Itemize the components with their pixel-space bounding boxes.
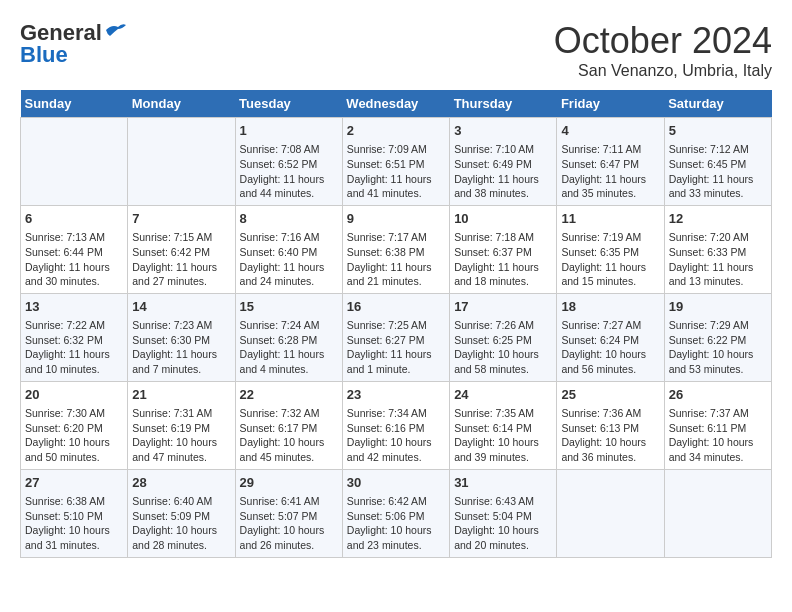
- day-number: 11: [561, 210, 659, 228]
- day-info: Sunrise: 7:17 AM Sunset: 6:38 PM Dayligh…: [347, 230, 445, 289]
- day-number: 6: [25, 210, 123, 228]
- calendar-week-row: 20Sunrise: 7:30 AM Sunset: 6:20 PM Dayli…: [21, 381, 772, 469]
- calendar-table: SundayMondayTuesdayWednesdayThursdayFrid…: [20, 90, 772, 558]
- day-info: Sunrise: 7:09 AM Sunset: 6:51 PM Dayligh…: [347, 142, 445, 201]
- logo-blue-text: Blue: [20, 42, 68, 68]
- day-info: Sunrise: 7:13 AM Sunset: 6:44 PM Dayligh…: [25, 230, 123, 289]
- header-thursday: Thursday: [450, 90, 557, 118]
- calendar-cell: 11Sunrise: 7:19 AM Sunset: 6:35 PM Dayli…: [557, 205, 664, 293]
- calendar-week-row: 1Sunrise: 7:08 AM Sunset: 6:52 PM Daylig…: [21, 118, 772, 206]
- day-number: 14: [132, 298, 230, 316]
- day-info: Sunrise: 6:43 AM Sunset: 5:04 PM Dayligh…: [454, 494, 552, 553]
- calendar-cell: 28Sunrise: 6:40 AM Sunset: 5:09 PM Dayli…: [128, 469, 235, 557]
- day-number: 29: [240, 474, 338, 492]
- day-info: Sunrise: 7:15 AM Sunset: 6:42 PM Dayligh…: [132, 230, 230, 289]
- day-info: Sunrise: 7:34 AM Sunset: 6:16 PM Dayligh…: [347, 406, 445, 465]
- calendar-cell: 13Sunrise: 7:22 AM Sunset: 6:32 PM Dayli…: [21, 293, 128, 381]
- calendar-cell: 27Sunrise: 6:38 AM Sunset: 5:10 PM Dayli…: [21, 469, 128, 557]
- day-info: Sunrise: 7:19 AM Sunset: 6:35 PM Dayligh…: [561, 230, 659, 289]
- calendar-cell: 8Sunrise: 7:16 AM Sunset: 6:40 PM Daylig…: [235, 205, 342, 293]
- calendar-cell: 19Sunrise: 7:29 AM Sunset: 6:22 PM Dayli…: [664, 293, 771, 381]
- day-info: Sunrise: 7:22 AM Sunset: 6:32 PM Dayligh…: [25, 318, 123, 377]
- day-info: Sunrise: 7:23 AM Sunset: 6:30 PM Dayligh…: [132, 318, 230, 377]
- day-number: 16: [347, 298, 445, 316]
- day-number: 28: [132, 474, 230, 492]
- header-monday: Monday: [128, 90, 235, 118]
- calendar-cell: 21Sunrise: 7:31 AM Sunset: 6:19 PM Dayli…: [128, 381, 235, 469]
- day-info: Sunrise: 6:38 AM Sunset: 5:10 PM Dayligh…: [25, 494, 123, 553]
- day-number: 17: [454, 298, 552, 316]
- calendar-week-row: 6Sunrise: 7:13 AM Sunset: 6:44 PM Daylig…: [21, 205, 772, 293]
- day-info: Sunrise: 7:29 AM Sunset: 6:22 PM Dayligh…: [669, 318, 767, 377]
- day-number: 13: [25, 298, 123, 316]
- calendar-cell: 2Sunrise: 7:09 AM Sunset: 6:51 PM Daylig…: [342, 118, 449, 206]
- calendar-cell: 5Sunrise: 7:12 AM Sunset: 6:45 PM Daylig…: [664, 118, 771, 206]
- day-number: 5: [669, 122, 767, 140]
- calendar-subtitle: San Venanzo, Umbria, Italy: [554, 62, 772, 80]
- day-info: Sunrise: 7:10 AM Sunset: 6:49 PM Dayligh…: [454, 142, 552, 201]
- day-info: Sunrise: 7:11 AM Sunset: 6:47 PM Dayligh…: [561, 142, 659, 201]
- calendar-cell: 17Sunrise: 7:26 AM Sunset: 6:25 PM Dayli…: [450, 293, 557, 381]
- calendar-cell: 6Sunrise: 7:13 AM Sunset: 6:44 PM Daylig…: [21, 205, 128, 293]
- calendar-cell: 9Sunrise: 7:17 AM Sunset: 6:38 PM Daylig…: [342, 205, 449, 293]
- day-info: Sunrise: 6:40 AM Sunset: 5:09 PM Dayligh…: [132, 494, 230, 553]
- calendar-cell: [664, 469, 771, 557]
- calendar-cell: 3Sunrise: 7:10 AM Sunset: 6:49 PM Daylig…: [450, 118, 557, 206]
- calendar-cell: [21, 118, 128, 206]
- day-number: 2: [347, 122, 445, 140]
- day-number: 7: [132, 210, 230, 228]
- calendar-cell: 18Sunrise: 7:27 AM Sunset: 6:24 PM Dayli…: [557, 293, 664, 381]
- calendar-cell: 20Sunrise: 7:30 AM Sunset: 6:20 PM Dayli…: [21, 381, 128, 469]
- day-number: 25: [561, 386, 659, 404]
- day-info: Sunrise: 7:27 AM Sunset: 6:24 PM Dayligh…: [561, 318, 659, 377]
- calendar-cell: 12Sunrise: 7:20 AM Sunset: 6:33 PM Dayli…: [664, 205, 771, 293]
- calendar-cell: 25Sunrise: 7:36 AM Sunset: 6:13 PM Dayli…: [557, 381, 664, 469]
- header-friday: Friday: [557, 90, 664, 118]
- calendar-cell: [557, 469, 664, 557]
- calendar-cell: 29Sunrise: 6:41 AM Sunset: 5:07 PM Dayli…: [235, 469, 342, 557]
- day-info: Sunrise: 7:25 AM Sunset: 6:27 PM Dayligh…: [347, 318, 445, 377]
- calendar-cell: 26Sunrise: 7:37 AM Sunset: 6:11 PM Dayli…: [664, 381, 771, 469]
- calendar-cell: 4Sunrise: 7:11 AM Sunset: 6:47 PM Daylig…: [557, 118, 664, 206]
- calendar-cell: 7Sunrise: 7:15 AM Sunset: 6:42 PM Daylig…: [128, 205, 235, 293]
- calendar-cell: 10Sunrise: 7:18 AM Sunset: 6:37 PM Dayli…: [450, 205, 557, 293]
- day-number: 22: [240, 386, 338, 404]
- calendar-cell: 15Sunrise: 7:24 AM Sunset: 6:28 PM Dayli…: [235, 293, 342, 381]
- title-block: October 2024 San Venanzo, Umbria, Italy: [554, 20, 772, 80]
- header-sunday: Sunday: [21, 90, 128, 118]
- logo: General Blue: [20, 20, 126, 68]
- logo-bird-icon: [104, 22, 126, 38]
- day-number: 9: [347, 210, 445, 228]
- day-info: Sunrise: 7:26 AM Sunset: 6:25 PM Dayligh…: [454, 318, 552, 377]
- day-info: Sunrise: 7:24 AM Sunset: 6:28 PM Dayligh…: [240, 318, 338, 377]
- day-number: 26: [669, 386, 767, 404]
- day-number: 27: [25, 474, 123, 492]
- day-info: Sunrise: 7:36 AM Sunset: 6:13 PM Dayligh…: [561, 406, 659, 465]
- day-info: Sunrise: 7:08 AM Sunset: 6:52 PM Dayligh…: [240, 142, 338, 201]
- calendar-week-row: 27Sunrise: 6:38 AM Sunset: 5:10 PM Dayli…: [21, 469, 772, 557]
- calendar-cell: 30Sunrise: 6:42 AM Sunset: 5:06 PM Dayli…: [342, 469, 449, 557]
- day-number: 10: [454, 210, 552, 228]
- calendar-header-row: SundayMondayTuesdayWednesdayThursdayFrid…: [21, 90, 772, 118]
- day-info: Sunrise: 7:30 AM Sunset: 6:20 PM Dayligh…: [25, 406, 123, 465]
- day-info: Sunrise: 7:16 AM Sunset: 6:40 PM Dayligh…: [240, 230, 338, 289]
- calendar-cell: [128, 118, 235, 206]
- calendar-cell: 14Sunrise: 7:23 AM Sunset: 6:30 PM Dayli…: [128, 293, 235, 381]
- day-number: 4: [561, 122, 659, 140]
- day-info: Sunrise: 7:20 AM Sunset: 6:33 PM Dayligh…: [669, 230, 767, 289]
- day-number: 19: [669, 298, 767, 316]
- day-number: 20: [25, 386, 123, 404]
- day-info: Sunrise: 6:41 AM Sunset: 5:07 PM Dayligh…: [240, 494, 338, 553]
- header-wednesday: Wednesday: [342, 90, 449, 118]
- calendar-cell: 1Sunrise: 7:08 AM Sunset: 6:52 PM Daylig…: [235, 118, 342, 206]
- calendar-cell: 31Sunrise: 6:43 AM Sunset: 5:04 PM Dayli…: [450, 469, 557, 557]
- day-info: Sunrise: 7:12 AM Sunset: 6:45 PM Dayligh…: [669, 142, 767, 201]
- day-info: Sunrise: 7:31 AM Sunset: 6:19 PM Dayligh…: [132, 406, 230, 465]
- calendar-week-row: 13Sunrise: 7:22 AM Sunset: 6:32 PM Dayli…: [21, 293, 772, 381]
- page-header: General Blue October 2024 San Venanzo, U…: [20, 20, 772, 80]
- day-number: 1: [240, 122, 338, 140]
- day-number: 30: [347, 474, 445, 492]
- day-info: Sunrise: 7:37 AM Sunset: 6:11 PM Dayligh…: [669, 406, 767, 465]
- day-info: Sunrise: 6:42 AM Sunset: 5:06 PM Dayligh…: [347, 494, 445, 553]
- day-number: 31: [454, 474, 552, 492]
